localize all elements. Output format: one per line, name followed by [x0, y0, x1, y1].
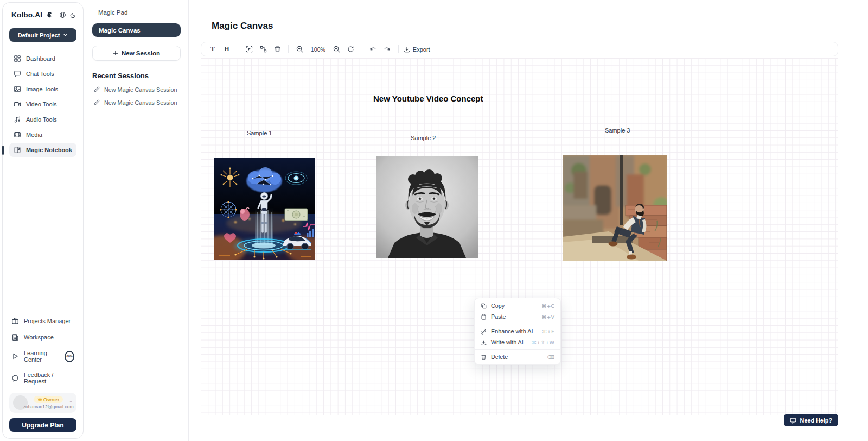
- heading-tool-glyph: H: [224, 45, 229, 53]
- delete-tool-button[interactable]: [271, 43, 283, 55]
- left-sidebar: Kolbo.AI Default Project: [2, 2, 84, 439]
- recent-sessions-heading: Recent Sessions: [92, 72, 181, 80]
- sidebar-item-video-tools[interactable]: Video Tools: [9, 97, 76, 111]
- copy-icon: [481, 303, 487, 309]
- undo-button[interactable]: [367, 43, 379, 55]
- play-icon: [11, 352, 19, 360]
- toolbar-separator: [398, 45, 399, 53]
- toolbar-separator: [238, 45, 238, 53]
- text-tool-glyph: T: [210, 45, 215, 53]
- need-help-label: Need Help?: [800, 417, 832, 424]
- context-menu-divider: [475, 349, 560, 350]
- toolbar-separator: [288, 45, 289, 53]
- panel-item-magic-pad[interactable]: Magic Pad: [92, 7, 181, 18]
- building-icon: [11, 333, 19, 341]
- magic-canvas-grid[interactable]: New Youtube Video Concept Sample 1 Sampl…: [201, 58, 838, 415]
- user-email: zoharvan12@gmail.com: [23, 404, 74, 410]
- sidebar-item-chat-tools[interactable]: Chat Tools: [9, 67, 76, 81]
- context-menu-enhance-with-ai[interactable]: Enhance with AI ⌘+E: [475, 326, 560, 337]
- ai-select-tool-button[interactable]: [243, 43, 255, 55]
- connector-tool-button[interactable]: [257, 43, 269, 55]
- nav-label: Video Tools: [26, 101, 56, 108]
- text-tool-button[interactable]: T: [207, 43, 219, 55]
- sidebar-spacer: [9, 157, 76, 314]
- logo-text: Kolbo.AI: [11, 11, 42, 19]
- audio-icon: [14, 116, 21, 123]
- user-info: Owner zoharvan12@gmail.com: [31, 396, 65, 410]
- new-session-label: New Session: [122, 50, 160, 56]
- sparkle-icon: [481, 339, 487, 345]
- sidebar-item-media[interactable]: Media: [9, 128, 76, 142]
- sidebar-item-feedback[interactable]: Feedback / Request: [9, 369, 76, 387]
- sample-2-label[interactable]: Sample 2: [411, 135, 436, 141]
- nav-label: Learning Center: [24, 350, 59, 363]
- sidebar-item-audio-tools[interactable]: Audio Tools: [9, 112, 76, 127]
- logo-row: Kolbo.AI: [9, 10, 76, 20]
- new-session-button[interactable]: New Session: [92, 46, 181, 61]
- nav-label: Dashboard: [26, 55, 55, 62]
- reset-view-button[interactable]: [345, 43, 357, 55]
- chat-icon: [14, 70, 21, 78]
- brain-logo-icon: [46, 10, 53, 20]
- notebook-icon: [14, 146, 21, 154]
- need-help-button[interactable]: Need Help?: [784, 414, 838, 426]
- dark-mode-moon-icon[interactable]: [69, 11, 76, 20]
- export-button[interactable]: Export: [404, 46, 430, 53]
- sample-3-label[interactable]: Sample 3: [605, 127, 630, 134]
- user-chevron-icon: ⌃: [69, 400, 73, 405]
- canvas-heading[interactable]: New Youtube Video Concept: [373, 94, 483, 103]
- context-menu-shortcut: ⌫: [547, 354, 554, 360]
- nav-label: Chat Tools: [26, 71, 54, 77]
- owner-role-badge: Owner: [34, 396, 63, 403]
- context-menu-paste[interactable]: Paste ⌘+V: [475, 311, 560, 322]
- sample-2-image[interactable]: [376, 156, 478, 258]
- nav-label: Magic Notebook: [26, 147, 72, 153]
- context-menu-write-with-ai[interactable]: Write with AI ⌘+⇧+W: [475, 337, 560, 348]
- sidebar-item-dashboard[interactable]: Dashboard: [9, 52, 76, 66]
- pencil-icon: [93, 99, 100, 106]
- user-account-card[interactable]: Owner zoharvan12@gmail.com ⌃: [9, 393, 76, 413]
- main-content: Magic Canvas T H 100%: [189, 0, 868, 441]
- zoom-in-button[interactable]: [293, 43, 305, 55]
- sidebar-item-learning-center[interactable]: Learning Center 66%: [9, 347, 76, 366]
- sample-1-label[interactable]: Sample 1: [247, 130, 272, 136]
- sample-1-image[interactable]: ¥: [214, 158, 315, 260]
- feedback-icon: [11, 374, 19, 382]
- context-menu-label: Write with AI: [491, 339, 527, 345]
- nav-label: Feedback / Request: [24, 371, 74, 385]
- briefcase-icon: [11, 317, 19, 325]
- redo-icon: [384, 46, 391, 53]
- project-selector[interactable]: Default Project: [9, 28, 76, 42]
- context-menu-shortcut: ⌘+⇧+W: [531, 339, 554, 345]
- recent-session-item[interactable]: New Magic Canvas Session: [92, 86, 181, 93]
- upgrade-plan-button[interactable]: Upgrade Plan: [9, 418, 76, 432]
- panel-item-magic-canvas[interactable]: Magic Canvas: [92, 23, 181, 37]
- app-root: Kolbo.AI Default Project: [0, 0, 868, 441]
- paste-icon: [481, 314, 487, 320]
- context-menu-delete[interactable]: Delete ⌫: [475, 351, 560, 362]
- plus-icon: [113, 51, 118, 56]
- heading-tool-button[interactable]: H: [221, 43, 233, 55]
- language-globe-icon[interactable]: [59, 11, 66, 20]
- zoom-in-icon: [296, 46, 303, 53]
- context-menu-label: Copy: [491, 303, 537, 309]
- sidebar-item-projects-manager[interactable]: Projects Manager: [9, 314, 76, 327]
- redo-button[interactable]: [381, 43, 393, 55]
- context-menu-label: Delete: [491, 354, 543, 360]
- zoom-out-button[interactable]: [331, 43, 343, 55]
- rotate-reset-icon: [347, 46, 354, 53]
- context-menu-copy[interactable]: Copy ⌘+C: [475, 300, 560, 311]
- zoom-out-icon: [333, 46, 340, 53]
- sample-3-image[interactable]: [563, 155, 667, 261]
- learning-progress-badge: 66%: [65, 351, 74, 362]
- sidebar-item-workspace[interactable]: Workspace: [9, 331, 76, 344]
- image-icon: [14, 85, 21, 93]
- page-title: Magic Canvas: [212, 21, 273, 32]
- sidebar-item-image-tools[interactable]: Image Tools: [9, 82, 76, 96]
- context-menu-shortcut: ⌘+C: [541, 303, 554, 309]
- pencil-icon: [93, 86, 100, 93]
- project-selector-label: Default Project: [18, 32, 60, 39]
- recent-session-item[interactable]: New Magic Canvas Session: [92, 99, 181, 106]
- context-menu-shortcut: ⌘+E: [542, 329, 554, 335]
- sidebar-item-magic-notebook[interactable]: Magic Notebook: [9, 143, 76, 157]
